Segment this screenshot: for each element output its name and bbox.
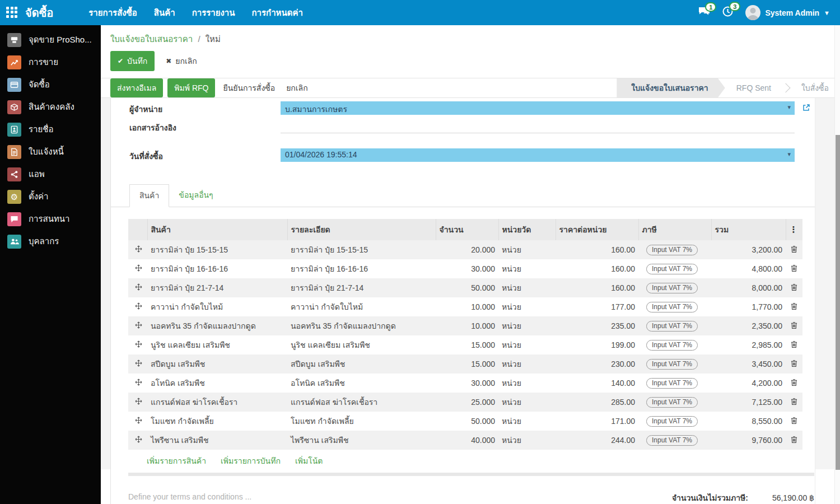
order-date-input[interactable]: 01/04/2026 19:55:14 — [281, 148, 795, 162]
order-line-row[interactable]: นูริช แคลเซียม เสริมพืชนูริช แคลเซียม เส… — [128, 335, 802, 354]
delete-line-icon[interactable] — [791, 398, 797, 407]
quantity-cell[interactable]: 40.000 — [436, 431, 498, 450]
drag-handle-icon[interactable] — [132, 436, 142, 445]
statusbar-button-3[interactable]: ยกเลิก — [283, 78, 311, 98]
vendor-dropdown-icon[interactable]: ▾ — [787, 104, 791, 111]
product-cell[interactable]: ยารามิล่า ปุ๋ย 15-15-15 — [147, 240, 287, 259]
product-cell[interactable]: ไพรีซาน เสริมพืช — [147, 431, 287, 450]
uom-cell[interactable]: หน่วย — [498, 374, 556, 393]
tax-badge[interactable]: Input VAT 7% — [646, 264, 698, 274]
unit-price-cell[interactable]: 244.00 — [556, 431, 638, 450]
unit-price-cell[interactable]: 285.00 — [556, 393, 638, 412]
uom-cell[interactable]: หน่วย — [498, 297, 556, 316]
sidebar-item-settings[interactable]: ⚙ตั้งค่า — [0, 185, 101, 208]
product-cell[interactable]: แกรนด์ฟอส ฆ่าโรคเชื้อรา — [147, 393, 287, 412]
activities-button[interactable]: 3 — [722, 6, 733, 19]
column-header-6[interactable]: รวม — [711, 219, 786, 240]
uom-cell[interactable]: หน่วย — [498, 335, 556, 354]
order-line-row[interactable]: โมแซท กำจัดเพลี้ยโมแซท กำจัดเพลี้ย50.000… — [128, 412, 802, 431]
user-menu[interactable]: System Admin ▼ — [745, 5, 830, 20]
description-cell[interactable]: ยารามิล่า ปุ๋ย 15-15-15 — [287, 240, 436, 259]
column-header-5[interactable]: ภาษี — [638, 219, 711, 240]
add-line-link-2[interactable]: เพิ่มโน้ต — [295, 455, 323, 467]
statusbar-button-2[interactable]: ยืนยันการสั่งซื้อ — [220, 78, 278, 98]
navbar-menu-item-1[interactable]: สินค้า — [146, 0, 184, 25]
tax-badge[interactable]: Input VAT 7% — [646, 397, 698, 408]
add-line-link-1[interactable]: เพิ่มรายการบันทึก — [221, 455, 281, 467]
statusbar-button-1[interactable]: พิมพ์ RFQ — [167, 78, 215, 97]
order-line-row[interactable]: ยารามิล่า ปุ๋ย 16-16-16ยารามิล่า ปุ๋ย 16… — [128, 259, 802, 278]
sidebar-item-apps[interactable]: แอพ — [0, 163, 101, 185]
tax-badge[interactable]: Input VAT 7% — [646, 416, 698, 427]
unit-price-cell[interactable]: 140.00 — [556, 374, 638, 393]
drag-handle-icon[interactable] — [132, 321, 142, 330]
order-line-row[interactable]: คาวาน่า กำจัดใบไหม้คาวาน่า กำจัดใบไหม้10… — [128, 297, 802, 316]
status-step-2[interactable]: ใบสั่งซื้อ — [790, 78, 840, 98]
save-button[interactable]: ✔ บันทึก — [110, 51, 155, 71]
tab-0[interactable]: สินค้า — [129, 184, 169, 207]
discard-button[interactable]: ✖ ยกเลิก — [162, 51, 200, 71]
product-cell[interactable]: ยารามิล่า ปุ๋ย 21-7-14 — [147, 278, 287, 297]
navbar-menu-item-0[interactable]: รายการสั่งซื้อ — [80, 0, 146, 25]
uom-cell[interactable]: หน่วย — [498, 259, 556, 278]
sidebar-item-sales[interactable]: การขาย — [0, 51, 101, 73]
unit-price-cell[interactable]: 160.00 — [556, 278, 638, 297]
uom-cell[interactable]: หน่วย — [498, 240, 556, 259]
sidebar-item-invoicing[interactable]: ใบแจ้งหนี้ — [0, 141, 101, 163]
sidebar-item-inventory[interactable]: สินค้าคงคลัง — [0, 96, 101, 118]
order-date-dropdown-icon[interactable]: ▾ — [787, 151, 791, 158]
product-cell[interactable]: อโทนิค เสริมพืช — [147, 374, 287, 393]
drag-handle-icon[interactable] — [132, 398, 142, 407]
tax-badge[interactable]: Input VAT 7% — [646, 359, 698, 370]
quantity-cell[interactable]: 20.000 — [436, 240, 498, 259]
app-title[interactable]: จัดซื้อ — [25, 4, 53, 22]
quantity-cell[interactable]: 10.000 — [436, 297, 498, 316]
uom-cell[interactable]: หน่วย — [498, 278, 556, 297]
vendor-input[interactable]: บ.สมานการเกษตร — [281, 101, 795, 115]
product-cell[interactable]: สปีดบูม เสริมพืช — [147, 354, 287, 374]
quantity-cell[interactable]: 50.000 — [436, 278, 498, 297]
delete-line-icon[interactable] — [791, 264, 797, 274]
quantity-cell[interactable]: 15.000 — [436, 354, 498, 374]
reference-input[interactable] — [281, 120, 795, 133]
description-cell[interactable]: นอคทริน 35 กำจัดแมลงปากดูด — [287, 316, 436, 335]
column-header-1[interactable]: รายละเอียด — [287, 219, 436, 240]
order-line-row[interactable]: สปีดบูม เสริมพืชสปีดบูม เสริมพืช15.000หน… — [128, 354, 802, 374]
drag-handle-icon[interactable] — [132, 360, 142, 368]
drag-handle-icon[interactable] — [132, 283, 142, 292]
description-cell[interactable]: แกรนด์ฟอส ฆ่าโรคเชื้อรา — [287, 393, 436, 412]
unit-price-cell[interactable]: 160.00 — [556, 240, 638, 259]
apps-grid-icon[interactable] — [6, 7, 18, 19]
unit-price-cell[interactable]: 199.00 — [556, 335, 638, 354]
tax-badge[interactable]: Input VAT 7% — [646, 435, 698, 446]
navbar-menu-item-2[interactable]: การรายงาน — [184, 0, 244, 25]
uom-cell[interactable]: หน่วย — [498, 354, 556, 374]
navbar-menu-item-3[interactable]: การกำหนดค่า — [244, 0, 311, 25]
order-line-row[interactable]: ไพรีซาน เสริมพืชไพรีซาน เสริมพืช40.000หน… — [128, 431, 802, 450]
tab-1[interactable]: ข้อมูลอื่นๆ — [169, 184, 222, 207]
product-cell[interactable]: คาวาน่า กำจัดใบไหม้ — [147, 297, 287, 316]
sidebar-item-discuss[interactable]: การสนทนา — [0, 208, 101, 230]
sidebar-item-purchase[interactable]: จัดซื้อ — [0, 73, 101, 96]
description-cell[interactable]: สปีดบูม เสริมพืช — [287, 354, 436, 374]
unit-price-cell[interactable]: 235.00 — [556, 316, 638, 335]
quantity-cell[interactable]: 25.000 — [436, 393, 498, 412]
description-cell[interactable]: ยารามิล่า ปุ๋ย 21-7-14 — [287, 278, 436, 297]
drag-handle-icon[interactable] — [132, 340, 142, 349]
description-cell[interactable]: นูริช แคลเซียม เสริมพืช — [287, 335, 436, 354]
unit-price-cell[interactable]: 160.00 — [556, 259, 638, 278]
product-cell[interactable]: ยารามิล่า ปุ๋ย 16-16-16 — [147, 259, 287, 278]
delete-line-icon[interactable] — [791, 283, 797, 293]
order-line-row[interactable]: ยารามิล่า ปุ๋ย 21-7-14ยารามิล่า ปุ๋ย 21-… — [128, 278, 802, 297]
optional-columns-icon[interactable]: ⋮ — [790, 225, 798, 234]
column-header-4[interactable]: ราคาต่อหน่วย — [556, 219, 638, 240]
tax-badge[interactable]: Input VAT 7% — [646, 245, 698, 255]
delete-line-icon[interactable] — [791, 340, 797, 350]
sidebar-item-pos[interactable]: จุดขาย ProSho... — [0, 29, 101, 51]
description-cell[interactable]: อโทนิค เสริมพืช — [287, 374, 436, 393]
description-cell[interactable]: ไพรีซาน เสริมพืช — [287, 431, 436, 450]
order-line-row[interactable]: นอคทริน 35 กำจัดแมลงปากดูดนอคทริน 35 กำจ… — [128, 316, 802, 335]
description-cell[interactable]: ยารามิล่า ปุ๋ย 16-16-16 — [287, 259, 436, 278]
delete-line-icon[interactable] — [791, 436, 797, 445]
column-header-2[interactable]: จำนวน — [436, 219, 498, 240]
